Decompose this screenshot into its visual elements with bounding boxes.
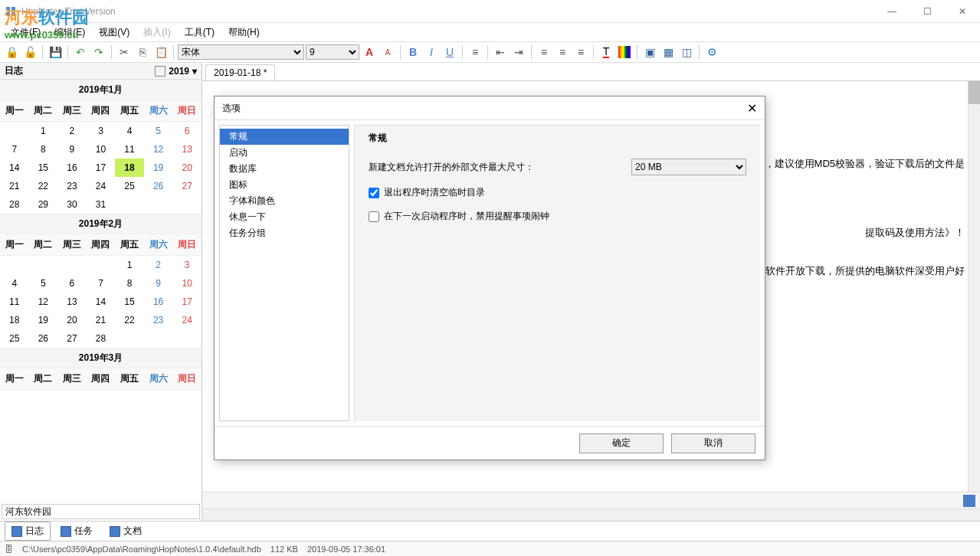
calendar-day[interactable]: 28 [0, 195, 29, 214]
close-button[interactable]: ✕ [945, 0, 980, 23]
calendar-day[interactable]: 22 [29, 177, 58, 195]
tab-active[interactable]: 2019-01-18 * [205, 64, 275, 80]
bottom-tab-docs[interactable]: 文档 [103, 522, 149, 541]
menu-help[interactable]: 帮助(H) [222, 24, 266, 41]
calendar-day[interactable]: 2 [144, 256, 173, 275]
calendar-day[interactable]: 31 [87, 195, 116, 214]
calendar-day[interactable]: 27 [172, 177, 202, 195]
calendar-day[interactable]: 17 [87, 159, 116, 177]
calendar-day[interactable]: 17 [172, 293, 202, 311]
calendar-day[interactable]: 21 [87, 311, 116, 329]
horizontal-scrollbar[interactable] [202, 509, 980, 521]
redo-icon[interactable]: ↷ [90, 44, 107, 61]
calendar-day[interactable]: 4 [115, 122, 144, 141]
calendar-day[interactable]: 6 [172, 122, 202, 141]
calendar-day[interactable]: 23 [57, 177, 87, 195]
calendar-day[interactable]: 14 [87, 293, 116, 311]
calendar-day[interactable]: 18 [115, 159, 144, 177]
calendar-day[interactable]: 16 [144, 293, 173, 311]
calendar-day[interactable]: 24 [87, 177, 116, 195]
calendar-day[interactable]: 2 [57, 122, 87, 141]
font-grow-icon[interactable]: A [361, 44, 378, 61]
ok-button[interactable]: 确定 [579, 433, 664, 453]
calendar-day[interactable]: 19 [29, 311, 58, 329]
nav-database[interactable]: 数据库 [220, 161, 349, 177]
menu-insert[interactable]: 插入(I) [137, 24, 176, 41]
menu-file[interactable]: 文件(F) [5, 24, 47, 41]
calendar-day[interactable]: 24 [172, 311, 202, 329]
calendar-day[interactable]: 8 [115, 274, 144, 293]
calendar-day[interactable]: 26 [29, 329, 58, 348]
calendar-day[interactable]: 7 [87, 274, 116, 293]
settings-icon[interactable]: ⚙ [703, 44, 720, 61]
calendar-day[interactable]: 27 [57, 329, 87, 348]
calendar-day[interactable]: 5 [144, 122, 173, 141]
calendar-day[interactable]: 8 [29, 140, 58, 159]
calendar-day[interactable]: 11 [0, 293, 29, 311]
calendar-day[interactable]: 4 [0, 274, 29, 293]
calendar-day[interactable]: 13 [57, 293, 87, 311]
calendar-day[interactable]: 21 [0, 177, 29, 195]
maximize-button[interactable]: ☐ [910, 0, 945, 23]
nav-groups[interactable]: 任务分组 [220, 225, 349, 241]
dialog-close-button[interactable]: ✕ [747, 101, 757, 116]
calendar-day[interactable]: 14 [0, 159, 29, 177]
save-indicator-icon[interactable] [963, 495, 975, 507]
bottom-tab-journal[interactable]: 日志 [5, 522, 51, 541]
indent-icon[interactable]: ⇥ [510, 44, 527, 61]
insert-object-icon[interactable]: ◫ [678, 44, 695, 61]
search-input[interactable] [2, 504, 200, 519]
align-left-icon[interactable]: ≡ [536, 44, 552, 61]
align-right-icon[interactable]: ≡ [572, 44, 589, 61]
max-ext-file-select[interactable]: 20 MB [631, 159, 746, 175]
nav-fonts[interactable]: 字体和颜色 [220, 193, 349, 209]
calendar-day[interactable]: 22 [115, 311, 144, 329]
calendar-day[interactable]: 3 [172, 256, 202, 275]
menu-tools[interactable]: 工具(T) [179, 24, 221, 41]
calendar-day[interactable]: 15 [29, 159, 58, 177]
calendar-day[interactable]: 18 [0, 311, 29, 329]
save-icon[interactable]: 💾 [47, 44, 64, 61]
calendar-day[interactable]: 23 [144, 311, 173, 329]
calendar-day[interactable]: 20 [172, 159, 202, 177]
nav-icon[interactable]: 图标 [220, 177, 349, 193]
calendar-day[interactable]: 9 [144, 274, 173, 293]
nav-startup[interactable]: 启动 [220, 145, 349, 161]
calendar-day[interactable]: 1 [115, 256, 144, 275]
font-family-select[interactable]: 宋体 [178, 44, 304, 60]
calendar-day[interactable]: 28 [87, 329, 116, 348]
calendar-day[interactable]: 15 [115, 293, 144, 311]
lock-icon[interactable]: 🔒 [3, 44, 20, 61]
list-icon[interactable]: ≡ [467, 44, 483, 61]
paste-icon[interactable]: 📋 [152, 44, 169, 61]
calendar-day[interactable]: 3 [87, 122, 116, 141]
calendar-day[interactable]: 29 [29, 195, 58, 214]
outdent-icon[interactable]: ⇤ [492, 44, 509, 61]
nav-break[interactable]: 休息一下 [220, 209, 349, 225]
cancel-button[interactable]: 取消 [671, 433, 755, 453]
calendar-day[interactable]: 25 [115, 177, 144, 195]
calendar-day[interactable]: 20 [57, 311, 87, 329]
calendar-day[interactable]: 6 [57, 274, 87, 293]
vertical-scrollbar[interactable] [968, 81, 980, 492]
menu-view[interactable]: 视图(V) [93, 24, 136, 41]
underline-button[interactable]: U [441, 44, 458, 61]
cb-clear-temp[interactable] [369, 188, 379, 198]
menu-edit[interactable]: 编辑(E) [48, 24, 91, 41]
calendar-day[interactable]: 9 [57, 140, 87, 159]
copy-icon[interactable]: ⎘ [134, 44, 151, 61]
calendar-day[interactable]: 7 [0, 140, 29, 159]
insert-image-icon[interactable]: ▣ [641, 44, 658, 61]
year-picker[interactable]: 2019 ▾ [155, 66, 197, 77]
cut-icon[interactable]: ✂ [116, 44, 133, 61]
undo-icon[interactable]: ↶ [72, 44, 89, 61]
minimize-button[interactable]: — [874, 0, 910, 23]
font-shrink-icon[interactable]: A [379, 44, 396, 61]
nav-general[interactable]: 常规 [220, 129, 349, 145]
calendar-day[interactable]: 12 [29, 293, 58, 311]
calendar-day[interactable]: 12 [144, 140, 173, 159]
calendar-day[interactable]: 30 [57, 195, 87, 214]
calendar-day[interactable]: 25 [0, 329, 29, 348]
insert-table-icon[interactable]: ▦ [660, 44, 677, 61]
bottom-tab-tasks[interactable]: 任务 [54, 522, 100, 541]
